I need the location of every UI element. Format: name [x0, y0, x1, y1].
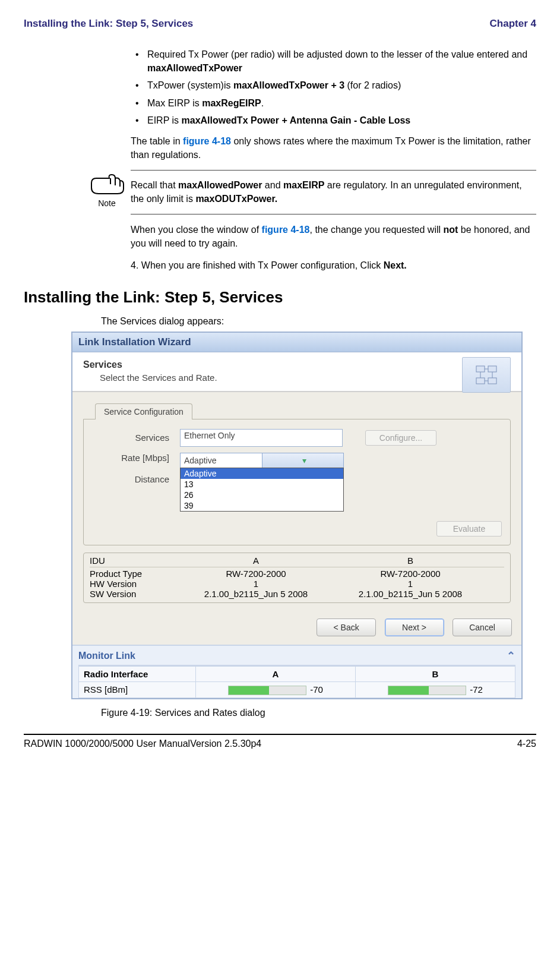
bullet-2-bold: maxAllowedTxPower + 3	[233, 80, 344, 90]
tab-panel: Services Ethernet Only Configure... Rate…	[83, 419, 511, 545]
back-button[interactable]: < Back	[317, 618, 376, 636]
label-rate: Rate [Mbps]	[92, 453, 180, 463]
evaluate-button: Evaluate	[436, 521, 502, 537]
bullet-1-bold: maxAllowedTxPower	[147, 63, 242, 73]
note-f: maxODUTxPower.	[195, 194, 277, 204]
wizard-button-row: < Back Next > Cancel	[72, 610, 521, 645]
idu-row-sw: SW Version 2.1.00_b2115_Jun 5 2008 2.1.0…	[90, 589, 504, 599]
wizard-window: Services Select the Services and Rate.	[71, 352, 523, 699]
bullet-3-text: Max EIRP is	[147, 98, 202, 108]
header-left: Installing the Link: Step 5, Services	[24, 18, 193, 30]
page-header: Installing the Link: Step 5, Services Ch…	[24, 18, 536, 30]
monitor-head-a: A	[196, 666, 356, 681]
para2-a: When you close the window of	[131, 225, 262, 235]
bullet-3: Max EIRP is maxRegEIRP.	[131, 96, 536, 110]
rate-dropdown[interactable]: Adaptive ▾ Adaptive 13 26 39	[180, 453, 344, 468]
tab-service-configuration[interactable]: Service Configuration	[95, 403, 192, 419]
bullet-1-text: Required Tx Power (per radio) will be ad…	[147, 49, 527, 59]
footer-rule	[24, 734, 536, 735]
idu-head-1: IDU	[90, 556, 179, 566]
svg-rect-3	[476, 366, 485, 372]
footer-left: RADWIN 1000/2000/5000 User ManualVersion…	[24, 739, 261, 749]
step-4: 4. When you are finished with Tx Power c…	[131, 258, 536, 272]
note-a: Recall that	[131, 180, 178, 190]
bullet-3-bold: maxRegEIRP	[202, 98, 261, 108]
monitor-rss-label: RSS [dBm]	[79, 681, 196, 698]
collapse-icon[interactable]: ⌃	[507, 649, 515, 662]
rate-option-26[interactable]: 26	[181, 490, 343, 500]
monitor-rss-a-cell: -70	[196, 681, 356, 698]
wizard-title: Link Installation Wizard	[78, 336, 191, 348]
wizard-header: Services Select the Services and Rate.	[72, 352, 521, 392]
bullet-2-suffix: (for 2 radios)	[344, 80, 401, 90]
idu-panel: IDU A B Product Type RW-7200-2000 RW-720…	[83, 553, 511, 603]
idu-hw-label: HW Version	[90, 579, 179, 589]
rss-bar-a	[228, 686, 306, 695]
note-d: maxEIRP	[283, 180, 324, 190]
idu-product-a: RW-7200-2000	[179, 569, 333, 579]
idu-sw-label: SW Version	[90, 589, 179, 599]
pointing-hand-icon	[89, 170, 125, 195]
monitor-head-radio: Radio Interface	[79, 666, 196, 681]
figure-caption: Figure 4-19: Services and Rates dialog	[101, 708, 536, 718]
para2-not: not	[444, 225, 458, 235]
wizard-titlebar: Link Installation Wizard	[71, 332, 523, 352]
step-list: 4. When you are finished with Tx Power c…	[131, 258, 536, 272]
next-button[interactable]: Next >	[385, 618, 444, 636]
monitor-head-b: B	[356, 666, 515, 681]
idu-product-label: Product Type	[90, 569, 179, 579]
idu-sw-a: 2.1.00_b2115_Jun 5 2008	[179, 589, 333, 599]
wizard-header-subtitle: Select the Services and Rate.	[100, 373, 511, 383]
rate-dropdown-list[interactable]: Adaptive 13 26 39	[180, 468, 344, 512]
bullet-4-bold: maxAllowedTx Power + Antenna Gain - Cabl…	[182, 115, 411, 125]
para1-a: The table in	[131, 136, 183, 146]
cancel-button[interactable]: Cancel	[453, 618, 512, 636]
monitor-table: Radio Interface A B RSS [dBm] -70 -72	[78, 666, 515, 698]
rss-bar-b	[388, 686, 466, 695]
monitor-link-title: Monitor Link	[78, 651, 135, 661]
svg-rect-6	[488, 378, 496, 384]
bullet-2-text: TxPower (system)is	[147, 80, 233, 90]
note-callout: Note Recall that maxAllowedPower and max…	[83, 170, 536, 214]
para2-b: , the change you requested will	[309, 225, 443, 235]
monitor-rss-b-cell: -72	[356, 681, 515, 698]
note-text: Recall that maxAllowedPower and maxEIRP …	[131, 170, 536, 214]
bullet-4: EIRP is maxAllowedTx Power + Antenna Gai…	[131, 113, 536, 127]
services-value: Ethernet Only	[184, 431, 235, 440]
rate-option-13[interactable]: 13	[181, 479, 343, 490]
section-heading: Installing the Link: Step 5, Services	[24, 288, 536, 307]
svg-rect-4	[488, 366, 496, 372]
rate-option-39[interactable]: 39	[181, 500, 343, 511]
monitor-link-section: Monitor Link ⌃ Radio Interface A B RSS […	[72, 645, 521, 698]
note-c: and	[262, 180, 283, 190]
intro-text: The Services dialog appears:	[101, 316, 536, 327]
idu-hw-b: 1	[333, 579, 488, 589]
rss-value-a: -70	[310, 684, 323, 695]
note-icon-cell: Note	[83, 170, 131, 208]
figure-link-1[interactable]: figure 4-18	[183, 136, 231, 146]
bullet-4-text: EIRP is	[147, 115, 182, 125]
idu-hw-a: 1	[179, 579, 333, 589]
services-field: Ethernet Only	[180, 429, 343, 447]
idu-product-b: RW-7200-2000	[333, 569, 488, 579]
chevron-down-icon[interactable]: ▾	[262, 453, 344, 468]
wizard-header-image	[462, 357, 511, 393]
idu-row-hw: HW Version 1 1	[90, 579, 504, 589]
rss-value-b: -72	[470, 684, 483, 695]
rate-option-adaptive[interactable]: Adaptive	[181, 468, 343, 479]
header-right: Chapter 4	[490, 18, 536, 30]
bullet-list: Required Tx Power (per radio) will be ad…	[131, 48, 536, 127]
rate-selected-value: Adaptive	[181, 456, 262, 465]
services-diagram-icon	[474, 362, 499, 387]
para-close-window: When you close the window of figure 4-18…	[131, 223, 536, 250]
bullet-2: TxPower (system)is maxAllowedTxPower + 3…	[131, 78, 536, 92]
step4-b: Next.	[384, 260, 407, 270]
configure-button: Configure...	[365, 430, 436, 446]
note-b: maxAllowedPower	[178, 180, 262, 190]
idu-sw-b: 2.1.00_b2115_Jun 5 2008	[333, 589, 488, 599]
para-table-ref: The table in figure 4-18 only shows rate…	[131, 134, 536, 162]
figure-link-2[interactable]: figure 4-18	[262, 225, 310, 235]
bullet-1: Required Tx Power (per radio) will be ad…	[131, 48, 536, 75]
wizard-header-title: Services	[83, 359, 511, 370]
idu-head-b: B	[333, 556, 488, 566]
